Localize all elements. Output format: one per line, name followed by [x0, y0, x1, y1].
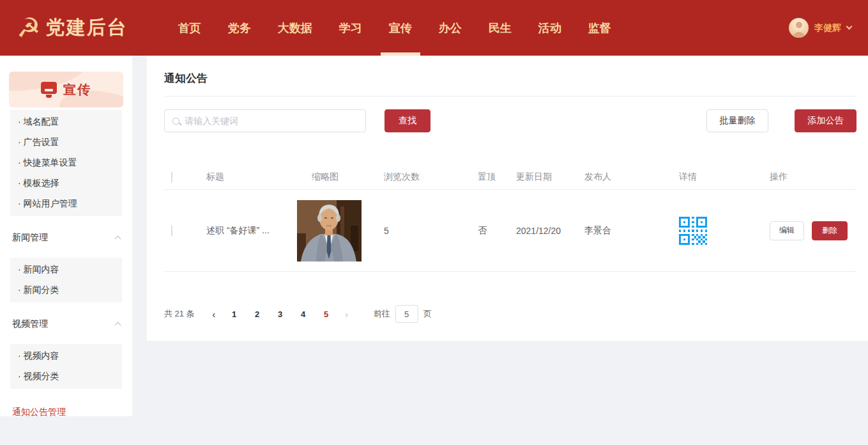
pagination-total: 共 21 条	[164, 308, 195, 320]
content-card: 通知公告 查找 批量删除 添加公告 标题 缩略图 浏览次数 置顶 更新日期 发布…	[147, 56, 868, 341]
sidebar-item-video-content[interactable]: · 视频内容	[10, 346, 122, 366]
col-header-detail: 详情	[679, 171, 770, 183]
video-subitems-group: · 视频内容 · 视频分类	[10, 344, 122, 389]
app-logo: ☭ 党建后台	[17, 15, 128, 42]
nav-item-home[interactable]: 首页	[165, 0, 215, 56]
row-thumbnail	[297, 200, 362, 262]
main-nav: 首页 党务 大数据 学习 宣传 办公 民生 活动 监督	[165, 0, 625, 56]
row-publisher: 李景合	[584, 225, 679, 237]
sidebar-item-domain-config[interactable]: · 域名配置	[10, 112, 122, 132]
news-subitems-group: · 新闻内容 · 新闻分类	[10, 258, 122, 302]
col-header-title: 标题	[206, 171, 297, 183]
sidebar-item-template-select[interactable]: · 模板选择	[10, 173, 122, 194]
delete-button[interactable]: 删除	[812, 221, 848, 240]
page-title: 通知公告	[164, 71, 857, 86]
chevron-down-icon	[846, 24, 853, 30]
active-nav-underline	[381, 52, 420, 56]
nav-item-livelihood[interactable]: 民生	[475, 0, 525, 56]
hammer-sickle-icon: ☭	[17, 15, 41, 42]
sidebar-group-video-mgmt[interactable]: 视频管理	[10, 309, 122, 340]
user-menu[interactable]: 李健辉	[789, 18, 851, 38]
page-number-4[interactable]: 4	[294, 309, 312, 319]
col-header-pinned: 置顶	[478, 171, 516, 183]
page-number-3[interactable]: 3	[271, 309, 289, 319]
goto-label: 前往	[374, 308, 390, 320]
title-divider	[164, 96, 857, 97]
row-updated: 2021/12/20	[516, 226, 584, 236]
col-header-updated: 更新日期	[516, 171, 584, 183]
col-header-thumbnail: 缩略图	[297, 171, 384, 183]
nav-item-big-data[interactable]: 大数据	[264, 0, 326, 56]
top-header: ☭ 党建后台 首页 党务 大数据 学习 宣传 办公 民生 活动 监督 李健辉	[0, 0, 868, 56]
page-number-1[interactable]: 1	[225, 309, 243, 319]
sidebar: 宣传 · 域名配置 · 广告设置 · 快捷菜单设置 · 模板选择 · 网站用户管…	[0, 56, 132, 416]
sidebar-item-ad-settings[interactable]: · 广告设置	[10, 132, 122, 153]
col-header-views: 浏览次数	[384, 171, 478, 183]
sidebar-group-news-mgmt[interactable]: 新闻管理	[10, 222, 122, 253]
qr-code-icon[interactable]	[679, 217, 707, 245]
search-button[interactable]: 查找	[385, 109, 430, 132]
sidebar-item-news-content[interactable]: · 新闻内容	[10, 260, 122, 280]
nav-item-party-affairs[interactable]: 党务	[215, 0, 264, 56]
monitor-icon	[41, 82, 57, 98]
edit-button[interactable]: 编辑	[770, 221, 804, 240]
table-row: 述职 “备好课” ...	[164, 190, 857, 272]
search-icon	[172, 118, 179, 125]
publicity-subitems-group: · 域名配置 · 广告设置 · 快捷菜单设置 · 模板选择 · 网站用户管理	[10, 110, 122, 216]
search-input[interactable]	[185, 116, 358, 126]
sidebar-item-site-user-mgmt[interactable]: · 网站用户管理	[10, 194, 122, 214]
page-number-2[interactable]: 2	[248, 309, 266, 319]
nav-item-supervision[interactable]: 监督	[575, 0, 625, 56]
sidebar-item-video-category[interactable]: · 视频分类	[10, 366, 122, 387]
nav-item-office[interactable]: 办公	[425, 0, 475, 56]
sidebar-item-quick-menu-settings[interactable]: · 快捷菜单设置	[10, 153, 122, 173]
pagination: 共 21 条 ‹ 1 2 3 4 5 › 前往 页	[164, 302, 857, 325]
user-name: 李健辉	[814, 22, 841, 34]
batch-delete-button[interactable]: 批量删除	[706, 109, 768, 132]
search-box	[164, 109, 366, 132]
goto-unit-label: 页	[423, 308, 432, 320]
nav-item-activity[interactable]: 活动	[525, 0, 575, 56]
table-header-row: 标题 缩略图 浏览次数 置顶 更新日期 发布人 详情 操作	[164, 164, 857, 190]
select-all-checkbox[interactable]	[171, 171, 172, 183]
prev-page-arrow[interactable]: ‹	[205, 309, 223, 320]
row-pinned: 否	[478, 225, 516, 237]
row-checkbox[interactable]	[171, 225, 172, 237]
app-title: 党建后台	[46, 15, 128, 41]
sidebar-item-news-category[interactable]: · 新闻分类	[10, 280, 122, 301]
chevron-up-icon	[115, 322, 121, 329]
row-title: 述职 “备好课” ...	[206, 225, 297, 237]
nav-item-study[interactable]: 学习	[326, 0, 376, 56]
user-avatar	[789, 18, 809, 38]
col-header-actions: 操作	[770, 171, 857, 183]
nav-item-publicity[interactable]: 宣传	[376, 0, 425, 56]
row-views: 5	[384, 226, 478, 236]
chevron-up-icon	[115, 236, 121, 242]
goto-page-input[interactable]	[395, 305, 418, 323]
banner-label: 宣传	[63, 81, 91, 98]
col-header-publisher: 发布人	[584, 171, 679, 183]
page-number-5-current[interactable]: 5	[317, 309, 335, 319]
sidebar-item-notice-mgmt[interactable]: 通知公告管理	[10, 397, 122, 428]
toolbar: 查找 批量删除 添加公告	[164, 109, 857, 132]
sidebar-section-banner: 宣传	[9, 72, 123, 107]
add-notice-button[interactable]: 添加公告	[795, 109, 857, 132]
notice-table: 标题 缩略图 浏览次数 置顶 更新日期 发布人 详情 操作 述职 “备好课” .…	[164, 164, 857, 272]
next-page-arrow[interactable]: ›	[338, 309, 356, 320]
